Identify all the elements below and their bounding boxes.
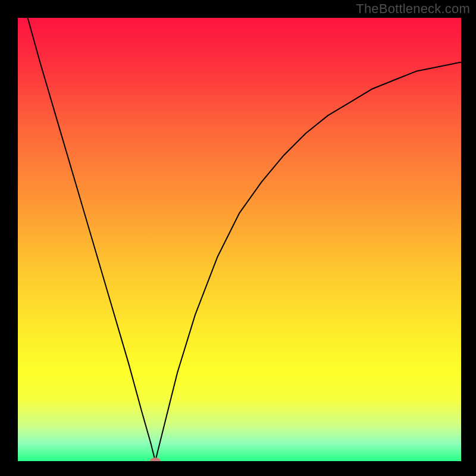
chart-frame: TheBottleneck.com — [0, 0, 476, 476]
watermark-text: TheBottleneck.com — [356, 1, 470, 17]
minimum-marker — [150, 458, 161, 461]
plot-area — [18, 18, 461, 461]
bottleneck-curve — [18, 18, 461, 461]
